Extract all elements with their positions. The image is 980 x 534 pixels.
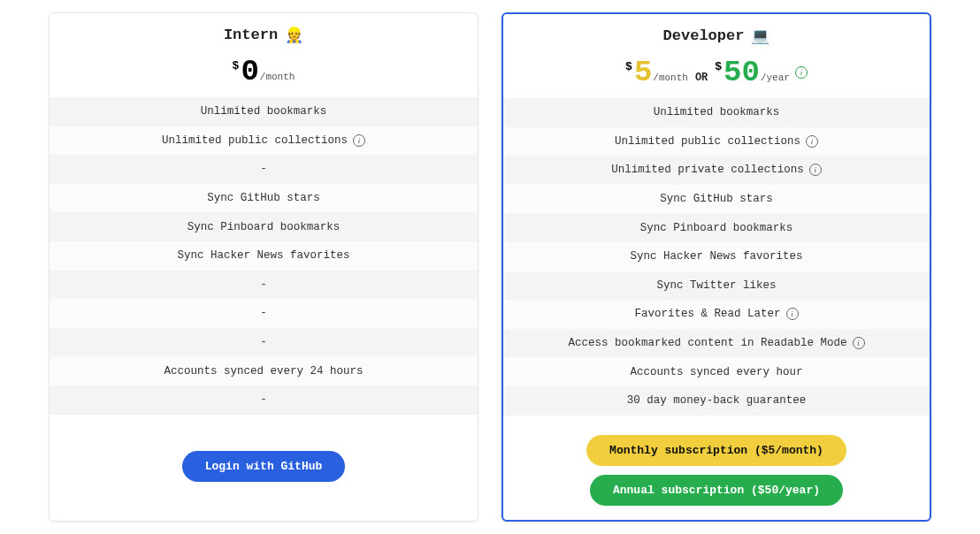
laptop-emoji-icon: 💻 — [751, 27, 769, 45]
info-icon[interactable]: i — [806, 135, 818, 148]
feature-row: Sync Hacker News favorites — [503, 242, 930, 271]
feature-label: - — [260, 393, 267, 406]
feature-row: Sync GitHub stars — [503, 185, 930, 214]
info-icon[interactable]: i — [853, 337, 865, 349]
price-amount: 0 — [241, 57, 258, 87]
price-line: $ 5 /month OR $ 50 /year i — [503, 50, 930, 98]
feature-row: Accounts synced every 24 hours — [50, 356, 478, 385]
feature-label: Unlimited bookmarks — [654, 106, 780, 118]
worker-emoji-icon: 👷 — [285, 26, 303, 44]
price-suffix: /month — [260, 72, 295, 82]
feature-row: Favorites & Read Lateri — [503, 300, 930, 329]
price-year: 50 — [724, 57, 760, 88]
info-icon[interactable]: i — [353, 134, 365, 147]
feature-row: Access bookmarked content in Readable Mo… — [503, 329, 930, 358]
plan-header: Developer 💻 — [503, 14, 930, 50]
plan-title: Developer 💻 — [663, 27, 770, 45]
feature-label: Sync GitHub stars — [207, 192, 320, 204]
feature-label: - — [260, 307, 267, 319]
actions: Monthly subscription ($5/month) Annual s… — [503, 416, 930, 527]
annual-subscription-button[interactable]: Annual subscription ($50/year) — [590, 475, 843, 506]
feature-label: - — [260, 336, 267, 348]
feature-label: Accounts synced every 24 hours — [164, 365, 363, 378]
price-month: 5 — [634, 57, 652, 88]
feature-row: - — [50, 271, 478, 300]
info-icon[interactable]: i — [809, 164, 822, 176]
feature-label: - — [260, 163, 267, 175]
currency-symbol: $ — [233, 59, 240, 72]
feature-label: Unlimited bookmarks — [201, 105, 327, 118]
or-separator: OR — [695, 72, 708, 84]
feature-row: Unlimited public collectionsi — [503, 127, 930, 156]
feature-list-dev: Unlimited bookmarksUnlimited public coll… — [503, 98, 930, 416]
currency-symbol: $ — [715, 60, 722, 73]
feature-row: Sync Hacker News favorites — [50, 241, 478, 271]
monthly-subscription-button[interactable]: Monthly subscription ($5/month) — [586, 435, 846, 466]
info-icon[interactable]: i — [795, 66, 808, 79]
feature-row: 30 day money-back guarantee — [503, 386, 930, 416]
feature-row: Sync GitHub stars — [50, 184, 478, 213]
price-year-suffix: /year — [761, 72, 790, 83]
feature-row: Unlimited bookmarks — [503, 98, 930, 127]
price-line: $ 0 /month — [50, 50, 478, 97]
actions: Login with GitHub — [50, 415, 478, 521]
feature-label: Sync Hacker News favorites — [177, 249, 349, 262]
feature-list-free: Unlimited bookmarksUnlimited public coll… — [50, 97, 478, 415]
login-github-button[interactable]: Login with GitHub — [182, 451, 346, 482]
developer-plan-card: Developer 💻 $ 5 /month OR $ 50 /year i U… — [501, 12, 931, 522]
feature-row: Sync Pinboard bookmarks — [503, 213, 930, 242]
feature-row: Unlimited public collectionsi — [50, 126, 478, 156]
feature-label: Sync Pinboard bookmarks — [640, 222, 793, 234]
info-icon[interactable]: i — [786, 308, 799, 320]
plan-title: Intern 👷 — [224, 26, 303, 44]
feature-row: Sync Pinboard bookmarks — [50, 212, 478, 241]
feature-label: Sync Twitter likes — [656, 279, 776, 292]
feature-row: Unlimited private collectionsi — [503, 156, 930, 185]
plan-title-text: Developer — [663, 27, 745, 44]
feature-label: Unlimited public collections — [615, 135, 800, 148]
feature-label: Accounts synced every hour — [630, 366, 802, 378]
feature-row: - — [50, 155, 478, 184]
feature-label: Sync Hacker News favorites — [630, 250, 802, 263]
currency-symbol: $ — [625, 60, 632, 73]
feature-label: Favorites & Read Later — [634, 308, 780, 320]
price-month-suffix: /month — [653, 72, 688, 83]
feature-label: Unlimited public collections — [162, 134, 348, 147]
feature-row: - — [50, 299, 478, 328]
feature-row: - — [50, 328, 478, 357]
feature-label: Unlimited private collections — [611, 164, 804, 176]
plan-title-text: Intern — [224, 27, 278, 43]
intern-plan-card: Intern 👷 $ 0 /month Unlimited bookmarksU… — [49, 12, 479, 522]
feature-label: Access bookmarked content in Readable Mo… — [568, 337, 846, 349]
feature-label: Sync Pinboard bookmarks — [188, 221, 341, 233]
feature-label: Sync GitHub stars — [660, 193, 773, 205]
feature-row: Sync Twitter likes — [503, 271, 930, 301]
feature-row: Unlimited bookmarks — [50, 97, 478, 126]
feature-row: - — [50, 385, 478, 415]
feature-label: - — [260, 278, 267, 291]
feature-row: Accounts synced every hour — [503, 357, 930, 386]
feature-label: 30 day money-back guarantee — [627, 394, 807, 407]
plan-header: Intern 👷 — [50, 13, 478, 50]
